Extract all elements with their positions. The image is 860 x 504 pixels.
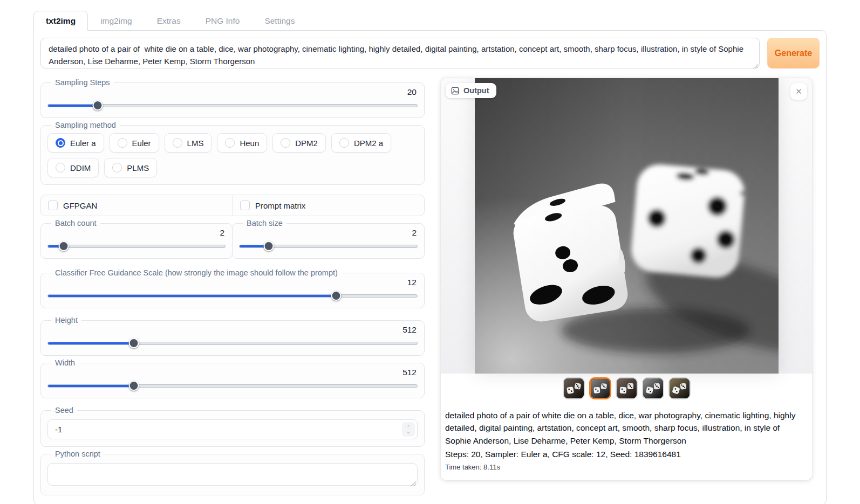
thumbnail-2-selected[interactable]	[589, 377, 611, 399]
radio-label: DDIM	[70, 163, 91, 172]
script-resize-handle[interactable]	[410, 480, 416, 486]
sampling-steps-label: Sampling Steps	[51, 78, 114, 87]
cfg-scale-slider[interactable]	[47, 291, 418, 301]
tab-png-info[interactable]: PNG Info	[193, 11, 252, 31]
batch-size-label: Batch size	[243, 219, 286, 227]
radio-label: Euler	[132, 139, 151, 148]
cfg-scale-field: Classifier Free Guidance Scale (how stro…	[40, 268, 425, 308]
caption-time: Time taken: 8.11s	[445, 462, 807, 473]
output-label-pill: Output	[446, 83, 496, 98]
generated-image[interactable]	[475, 78, 779, 374]
sampling-steps-value: 20	[47, 87, 417, 97]
radio-label: DPM2 a	[354, 139, 383, 148]
gfpgan-label: GFPGAN	[63, 201, 97, 210]
radio-dot[interactable]	[173, 138, 182, 148]
prompt-matrix-label: Prompt matrix	[255, 201, 305, 210]
radio-dot[interactable]	[118, 138, 127, 148]
radio-dot[interactable]	[339, 138, 349, 148]
postprocess-options: GFPGAN Prompt matrix	[40, 195, 425, 216]
radio-euler-a[interactable]: Euler a	[47, 133, 104, 153]
radio-dot[interactable]	[56, 163, 65, 172]
batch-count-value: 2	[47, 228, 224, 238]
radio-label: PLMS	[127, 163, 149, 172]
width-slider[interactable]	[47, 381, 418, 391]
cfg-scale-value: 12	[47, 278, 417, 287]
tab-txt2img[interactable]: txt2img	[33, 11, 88, 31]
sampling-steps-field: Sampling Steps 20	[40, 78, 425, 118]
radio-plms[interactable]: PLMS	[104, 158, 157, 177]
seed-field: Seed ⌃⌄	[40, 406, 425, 447]
width-value: 512	[47, 368, 417, 377]
radio-lms[interactable]: LMS	[165, 133, 212, 153]
prompt-resize-handle[interactable]	[752, 63, 758, 68]
radio-dpm2-a[interactable]: DPM2 a	[331, 133, 391, 153]
thumbnail-5[interactable]	[668, 377, 691, 399]
radio-dot[interactable]	[281, 138, 290, 148]
tab-extras[interactable]: Extras	[145, 11, 193, 31]
height-slider[interactable]	[47, 338, 418, 348]
tab-settings[interactable]: Settings	[252, 11, 307, 31]
python-script-input[interactable]	[47, 463, 418, 486]
thumbnail-3[interactable]	[616, 377, 638, 399]
batch-size-value: 2	[239, 228, 417, 238]
tab-img2img[interactable]: img2img	[88, 11, 145, 31]
sampling-steps-slider[interactable]	[47, 100, 418, 111]
radio-dot[interactable]	[112, 163, 122, 172]
batch-count-slider[interactable]	[47, 241, 226, 251]
generate-button[interactable]: Generate	[767, 38, 820, 68]
radio-dpm2[interactable]: DPM2	[272, 133, 326, 153]
radio-euler[interactable]: Euler	[110, 133, 159, 153]
sd-webui-app: txt2imgimg2imgExtrasPNG InfoSettings det…	[33, 11, 827, 504]
sampling-method-field: Sampling method Euler aEulerLMSHeunDPM2D…	[40, 121, 425, 185]
seed-input[interactable]	[47, 419, 418, 439]
radio-label: Heun	[240, 139, 259, 148]
gfpgan-checkbox[interactable]	[48, 201, 58, 210]
prompt-matrix-option[interactable]: Prompt matrix	[233, 195, 424, 216]
prompt-row: detailed photo of a pair of white die on…	[40, 38, 820, 71]
thumbnail-1[interactable]	[563, 377, 585, 399]
height-value: 512	[47, 325, 417, 335]
cfg-scale-label: Classifier Free Guidance Scale (how stro…	[51, 268, 342, 277]
caption-params: Steps: 20, Sampler: Euler a, CFG scale: …	[445, 448, 807, 460]
close-output-button[interactable]: ✕	[790, 83, 807, 100]
thumbnail-4[interactable]	[642, 377, 664, 399]
batch-count-label: Batch count	[51, 219, 100, 227]
radio-ddim[interactable]: DDIM	[47, 158, 99, 177]
width-field: Width 512	[40, 358, 425, 398]
slider-handle[interactable]	[263, 241, 274, 251]
radio-dot[interactable]	[225, 138, 235, 148]
slider-handle[interactable]	[58, 241, 69, 251]
slider-handle[interactable]	[93, 100, 103, 111]
radio-dot[interactable]	[56, 138, 65, 148]
radio-label: Euler a	[70, 139, 96, 148]
batch-count-field: Batch count 2	[40, 219, 233, 259]
output-label: Output	[463, 86, 489, 95]
tab-bar: txt2imgimg2imgExtrasPNG InfoSettings	[33, 11, 827, 31]
width-label: Width	[51, 358, 79, 367]
output-image-area: Output ✕	[441, 78, 812, 374]
sampling-method-options: Euler aEulerLMSHeunDPM2DPM2 aDDIMPLMS	[47, 130, 418, 177]
slider-handle[interactable]	[331, 291, 342, 301]
batch-size-field: Batch size 2	[232, 219, 425, 259]
sampling-method-label: Sampling method	[51, 121, 120, 129]
thumbnail-strip	[441, 374, 812, 403]
slider-handle[interactable]	[128, 338, 139, 348]
python-script-field: Python script	[40, 450, 425, 495]
radio-heun[interactable]: Heun	[217, 133, 267, 153]
output-panel: Output ✕ detailed photo of a pair of whi…	[441, 78, 812, 480]
slider-handle[interactable]	[128, 381, 139, 391]
seed-spinner[interactable]: ⌃⌄	[402, 422, 415, 437]
radio-label: LMS	[187, 139, 204, 148]
output-column: Output ✕ detailed photo of a pair of whi…	[438, 78, 820, 498]
caption-prompt: detailed photo of a pair of white die on…	[445, 409, 807, 447]
prompt-matrix-checkbox[interactable]	[240, 201, 250, 210]
prompt-input[interactable]: detailed photo of a pair of white die on…	[40, 38, 760, 68]
output-caption: detailed photo of a pair of white die on…	[441, 403, 812, 480]
batch-size-slider[interactable]	[239, 241, 418, 251]
seed-label: Seed	[51, 406, 77, 415]
gfpgan-option[interactable]: GFPGAN	[41, 195, 233, 216]
radio-label: DPM2	[295, 139, 318, 148]
height-field: Height 512	[40, 316, 425, 356]
spinner-down-icon[interactable]: ⌄	[406, 430, 411, 434]
settings-column: Sampling Steps 20 Sampling method Euler …	[40, 78, 425, 498]
